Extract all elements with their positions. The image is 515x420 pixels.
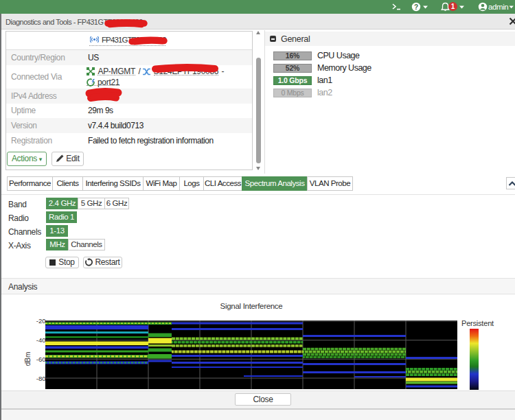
svg-text:Persistent: Persistent	[461, 319, 494, 327]
svg-text:-40: -40	[36, 336, 46, 344]
svg-text:-20: -20	[36, 317, 46, 325]
svg-text:dBm: dBm	[24, 352, 32, 366]
svg-text:-60: -60	[36, 355, 46, 363]
svg-text:-80: -80	[36, 375, 46, 382]
